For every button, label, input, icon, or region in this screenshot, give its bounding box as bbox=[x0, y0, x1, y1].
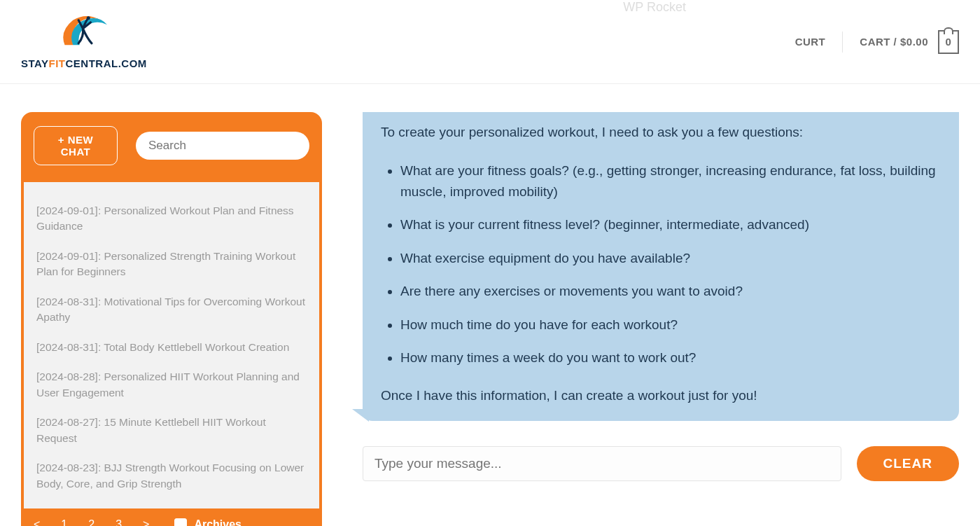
sidebar-top: + NEW CHAT bbox=[21, 112, 322, 182]
search-input[interactable] bbox=[136, 132, 309, 160]
assistant-question: What is your current fitness level? (beg… bbox=[400, 214, 941, 235]
assistant-question: What are your fitness goals? (e.g., gett… bbox=[400, 160, 941, 202]
chat-history-list: [2024-09-01]: Personalized Workout Plan … bbox=[24, 182, 319, 508]
chat-history-item[interactable]: [2024-09-01]: Personalized Workout Plan … bbox=[24, 196, 319, 242]
cart-link[interactable]: CART / $0.00 0 bbox=[860, 30, 959, 54]
chat-history-item[interactable]: [2024-09-01]: Personalized Strength Trai… bbox=[24, 242, 319, 287]
chat-sidebar: + NEW CHAT [2024-09-01]: Personalized Wo… bbox=[21, 112, 322, 526]
new-chat-button[interactable]: + NEW CHAT bbox=[34, 126, 118, 165]
pager-page-2[interactable]: 2 bbox=[88, 518, 94, 526]
chat-history-item[interactable]: [2024-08-28]: Personalized HIIT Workout … bbox=[24, 362, 319, 408]
sidebar-pagination: < 1 2 3 > Archives bbox=[21, 508, 322, 526]
cart-count-icon: 0 bbox=[938, 30, 959, 54]
archives-checkbox[interactable] bbox=[174, 518, 187, 526]
site-logo[interactable]: STAYFITCENTRAL.COM bbox=[21, 15, 147, 69]
chat-history-item[interactable]: [2024-08-27]: 15 Minute Kettlebell HIIT … bbox=[24, 408, 319, 453]
archives-label: Archives bbox=[194, 518, 241, 526]
chat-history-item[interactable]: [2024-08-31]: Motivational Tips for Over… bbox=[24, 287, 319, 333]
chat-history-item[interactable]: [2024-08-23]: BJJ Strength Workout Focus… bbox=[24, 453, 319, 499]
assistant-message: To create your personalized workout, I n… bbox=[363, 112, 959, 421]
header-right: CURT CART / $0.00 0 bbox=[795, 30, 959, 54]
assistant-question: How much time do you have for each worko… bbox=[400, 314, 941, 335]
site-header: STAYFITCENTRAL.COM CURT CART / $0.00 0 bbox=[0, 0, 980, 84]
chat-main: To create your personalized workout, I n… bbox=[363, 112, 959, 481]
pager-page-1[interactable]: 1 bbox=[61, 518, 67, 526]
pager-prev[interactable]: < bbox=[34, 518, 40, 526]
pager-page-3[interactable]: 3 bbox=[115, 518, 122, 526]
cart-label: CART / $0.00 bbox=[860, 36, 928, 48]
assistant-question: Are there any exercises or movements you… bbox=[400, 281, 941, 301]
chat-history-item[interactable]: [2024-08-31]: Total Body Kettlebell Work… bbox=[24, 333, 319, 362]
logo-icon bbox=[56, 15, 112, 53]
svg-point-0 bbox=[87, 16, 90, 20]
assistant-question: How many times a week do you want to wor… bbox=[400, 347, 941, 368]
message-input[interactable] bbox=[363, 446, 841, 481]
chat-input-row: CLEAR bbox=[363, 446, 959, 481]
assistant-outro: Once I have this information, I can crea… bbox=[381, 385, 941, 406]
assistant-question: What exercise equipment do you have avai… bbox=[400, 248, 941, 268]
cart-count-value: 0 bbox=[946, 36, 952, 48]
page-body: + NEW CHAT [2024-09-01]: Personalized Wo… bbox=[0, 84, 980, 526]
logo-text: STAYFITCENTRAL.COM bbox=[21, 53, 147, 69]
user-account-link[interactable]: CURT bbox=[795, 36, 826, 48]
assistant-question-list: What are your fitness goals? (e.g., gett… bbox=[381, 160, 941, 368]
clear-button[interactable]: CLEAR bbox=[857, 446, 959, 481]
assistant-intro: To create your personalized workout, I n… bbox=[381, 122, 941, 142]
pager-next[interactable]: > bbox=[143, 518, 149, 526]
header-divider bbox=[842, 32, 843, 53]
